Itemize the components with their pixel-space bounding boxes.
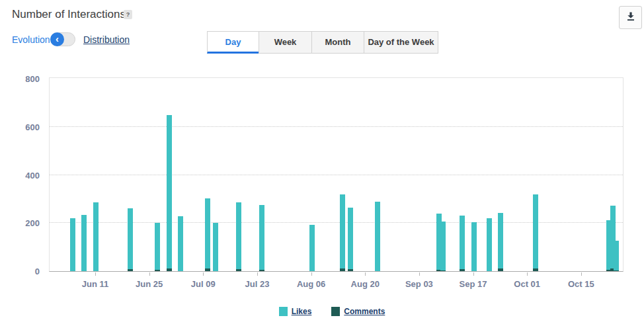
bar-likes[interactable]	[93, 202, 99, 271]
interactions-widget: Number of Interactions ? Evolution ‹ Dis…	[0, 0, 644, 328]
bar-likes[interactable]	[213, 223, 218, 271]
page-title: Number of Interactions	[12, 8, 126, 21]
x-tick-mark	[149, 272, 150, 276]
bar-comments[interactable]	[259, 270, 264, 271]
bar-comments[interactable]	[340, 268, 345, 271]
bar-comments[interactable]	[533, 268, 538, 271]
x-tick-label: Aug 06	[297, 279, 325, 289]
bar-comments[interactable]	[348, 269, 353, 271]
x-tick-label: Jul 09	[191, 279, 216, 289]
bar-comments[interactable]	[155, 270, 160, 271]
gridline-600	[50, 126, 623, 127]
bar-likes[interactable]	[70, 218, 75, 271]
bar-likes[interactable]	[487, 218, 492, 271]
bar-likes[interactable]	[348, 208, 353, 271]
toggle-option-evolution[interactable]: Evolution	[12, 34, 50, 45]
tab-week[interactable]: Week	[259, 31, 312, 54]
bar-likes[interactable]	[471, 222, 477, 271]
bar-likes[interactable]	[340, 194, 345, 271]
x-tick-label: Aug 20	[351, 279, 380, 289]
x-tick-mark	[473, 272, 474, 276]
download-button[interactable]	[619, 6, 642, 29]
help-icon[interactable]: ?	[124, 10, 132, 19]
toggle-option-distribution[interactable]: Distribution	[83, 34, 130, 45]
bar-likes[interactable]	[236, 202, 241, 271]
bar-comments[interactable]	[460, 269, 465, 271]
bar-likes[interactable]	[375, 202, 380, 271]
bar-likes[interactable]	[155, 223, 160, 271]
chart-legend: LikesComments	[0, 307, 644, 316]
x-tick-mark	[365, 272, 366, 276]
y-tick-label: 600	[0, 122, 40, 132]
x-tick-mark	[581, 272, 582, 276]
bar-comments[interactable]	[205, 268, 210, 271]
legend-label: Likes	[292, 307, 312, 316]
bar-likes[interactable]	[167, 115, 172, 271]
bar-comments[interactable]	[440, 270, 446, 271]
y-tick-label: 800	[0, 74, 40, 84]
chevron-left-icon: ‹	[50, 32, 64, 46]
x-tick-label: Jul 23	[245, 279, 270, 289]
bar-comments[interactable]	[128, 269, 133, 271]
bar-comments[interactable]	[236, 269, 241, 271]
x-tick-label: Oct 01	[514, 279, 540, 289]
x-tick-mark	[419, 272, 420, 276]
bar-likes[interactable]	[259, 205, 264, 271]
bar-likes[interactable]	[309, 225, 315, 271]
download-icon	[625, 11, 636, 24]
x-tick-label: Jun 11	[82, 279, 108, 289]
legend-swatch-comments	[331, 307, 340, 316]
bar-likes[interactable]	[498, 213, 503, 271]
tab-month[interactable]: Month	[311, 31, 364, 54]
tab-day-of-the-week[interactable]: Day of the Week	[364, 31, 438, 54]
legend-label: Comments	[344, 307, 385, 316]
y-tick-label: 0	[0, 266, 40, 276]
bar-likes[interactable]	[614, 241, 619, 271]
bar-likes[interactable]	[460, 216, 465, 271]
legend-item-likes[interactable]: Likes	[279, 307, 312, 316]
x-tick-mark	[527, 272, 528, 276]
bar-comments[interactable]	[167, 268, 172, 271]
x-tick-label: Oct 15	[568, 279, 594, 289]
x-tick-label: Sep 03	[405, 279, 433, 289]
bar-likes[interactable]	[205, 198, 210, 271]
gridline-400	[50, 175, 623, 175]
bar-comments[interactable]	[614, 270, 619, 271]
y-tick-label: 200	[0, 218, 40, 228]
granularity-tabs: DayWeekMonthDay of the Week	[207, 31, 438, 54]
x-tick-mark	[257, 272, 258, 276]
evolution-distribution-toggle[interactable]: ‹	[50, 32, 75, 46]
bar-likes[interactable]	[81, 215, 87, 271]
legend-swatch-likes	[279, 307, 288, 316]
y-tick-label: 400	[0, 171, 40, 181]
tab-day[interactable]: Day	[207, 31, 259, 54]
bar-likes[interactable]	[178, 216, 183, 271]
bar-likes[interactable]	[440, 222, 446, 271]
x-tick-label: Jun 25	[136, 279, 163, 289]
plot-area	[49, 77, 624, 272]
x-tick-mark	[95, 272, 96, 276]
x-tick-label: Sep 17	[460, 279, 487, 289]
bar-likes[interactable]	[128, 208, 133, 271]
bar-comments[interactable]	[498, 268, 503, 271]
x-tick-mark	[311, 272, 312, 276]
legend-item-comments[interactable]: Comments	[331, 307, 385, 316]
x-tick-mark	[203, 272, 204, 276]
bar-likes[interactable]	[533, 194, 538, 271]
